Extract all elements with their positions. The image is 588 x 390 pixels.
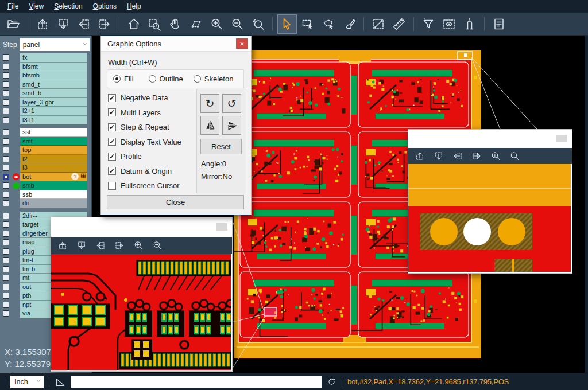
layer-checkbox[interactable] [3, 275, 9, 281]
layer-row-l3[interactable]: l3 [0, 163, 91, 173]
layer-checkbox[interactable] [3, 284, 9, 290]
layer-checkbox[interactable] [3, 90, 9, 96]
tool-pan-down-button[interactable] [76, 240, 87, 251]
radio-outline[interactable]: Outline [149, 75, 183, 83]
layer-checkbox[interactable] [3, 54, 9, 61]
layer-checkbox[interactable] [3, 257, 9, 263]
radio-fill[interactable]: Fill [113, 75, 134, 83]
menu-file[interactable]: File [2, 1, 24, 11]
menu-selection[interactable]: Selection [49, 1, 87, 11]
mirror-vertical-button[interactable] [200, 116, 219, 135]
window-button[interactable] [216, 223, 227, 231]
layer-checkbox[interactable] [3, 221, 9, 228]
layer-row-l2[interactable]: l2 [0, 155, 91, 164]
tool-pan-left-button[interactable] [95, 240, 106, 251]
layer-row-ssb[interactable]: ssb [0, 190, 91, 200]
tool-zoom-in-button[interactable] [133, 240, 144, 251]
layer-checkbox[interactable] [3, 72, 9, 79]
checkbox-negative-data[interactable]: ✓Negative Data [108, 91, 181, 106]
menu-view[interactable]: View [24, 1, 49, 11]
layer-checkbox[interactable] [3, 147, 9, 153]
tool-pan-left-button[interactable] [75, 15, 93, 33]
reset-button[interactable]: Reset [200, 139, 242, 154]
layer-checkbox[interactable] [3, 310, 9, 317]
tool-filter-button[interactable] [419, 15, 438, 33]
command-input[interactable] [71, 376, 322, 388]
layer-checkbox[interactable] [3, 117, 9, 123]
layer-row-bot[interactable]: bot1 [0, 173, 91, 182]
layer-checkbox[interactable] [3, 192, 9, 198]
layer-row-smb[interactable]: smb [0, 181, 91, 190]
tool-report-button[interactable] [490, 15, 508, 33]
layer-checkbox[interactable] [3, 182, 9, 189]
step-dropdown[interactable]: panel [20, 38, 90, 51]
checkbox-fullscreen-cursor[interactable]: Fullscreen Cursor [108, 178, 181, 193]
layer-checkbox[interactable] [3, 81, 9, 88]
tool-select-rect-button[interactable] [299, 15, 317, 33]
tool-measure-ruler-button[interactable] [390, 15, 408, 33]
layer-checkbox[interactable] [3, 99, 9, 106]
dialog-close-button[interactable]: × [236, 38, 248, 49]
tool-measure-line-button[interactable] [369, 15, 388, 33]
layer-row-dir[interactable]: dir [0, 199, 91, 208]
layer-checkbox[interactable] [3, 138, 9, 145]
layer-row-smd_b[interactable]: smd_b [0, 89, 91, 98]
window-button[interactable] [556, 135, 567, 142]
tool-view-eye-button[interactable] [440, 15, 458, 33]
tool-open-folder-button[interactable] [4, 15, 22, 33]
tool-zoom-previous-button[interactable] [249, 15, 267, 33]
tool-highlight-brush-button[interactable] [340, 15, 358, 33]
layer-row-smt[interactable]: smt [0, 137, 91, 146]
layer-checkbox[interactable] [3, 165, 9, 171]
tool-zoom-in-button[interactable] [490, 151, 501, 161]
radio-skeleton[interactable]: Skeleton [194, 75, 234, 83]
layer-row-top[interactable]: top [0, 146, 91, 155]
layer-checkbox[interactable] [3, 266, 9, 272]
layer-row-l2+1[interactable]: l2+1 [0, 107, 91, 116]
zoom-window-right-titlebar[interactable] [408, 130, 572, 148]
layer-checkbox[interactable] [3, 248, 9, 255]
menu-options[interactable]: Options [88, 1, 122, 11]
tool-snap-magnet-button[interactable] [461, 15, 479, 33]
tool-zoom-out-button[interactable] [152, 240, 163, 251]
tool-view-move-button[interactable] [187, 15, 205, 33]
tool-zoom-out-button[interactable] [228, 15, 246, 33]
dialog-titlebar[interactable]: Graphic Options [101, 36, 251, 52]
tool-zoom-in-button[interactable] [207, 15, 226, 33]
tool-pan-down-button[interactable] [434, 151, 444, 161]
layer-row-sst[interactable]: sst [0, 128, 91, 137]
tool-pan-up-button[interactable] [57, 240, 68, 251]
layer-checkbox[interactable] [3, 302, 9, 308]
zoom-window-right-canvas[interactable] [408, 164, 571, 272]
checkbox-multi-layers[interactable]: ✓Multi Layers [108, 106, 181, 120]
menu-help[interactable]: Help [122, 1, 146, 11]
layer-checkbox[interactable] [3, 231, 9, 237]
unit-dropdown[interactable]: Inch [10, 376, 44, 388]
tool-select-poly-button[interactable] [319, 15, 338, 33]
tool-pan-up-button[interactable] [33, 15, 52, 33]
tool-pan-right-button[interactable] [114, 240, 125, 251]
tool-pan-left-button[interactable] [452, 151, 463, 161]
layer-checkbox[interactable] [3, 292, 9, 299]
checkbox-step-repeat[interactable]: ✓Step & Repeat [108, 120, 181, 135]
tool-pan-hand-button[interactable] [166, 15, 184, 33]
layer-row-bfsmb[interactable]: bfsmb [0, 71, 91, 80]
tool-zoom-window-button[interactable] [145, 15, 164, 33]
layer-row-l3+1[interactable]: l3+1 [0, 116, 91, 125]
layer-checkbox[interactable] [3, 129, 9, 135]
layer-checkbox[interactable] [3, 213, 9, 219]
tool-pan-right-button[interactable] [95, 15, 114, 33]
tool-zoom-out-button[interactable] [509, 151, 520, 161]
zoom-window-left-canvas[interactable] [51, 254, 231, 370]
tool-pan-down-button[interactable] [54, 15, 72, 33]
checkbox-datum-origin[interactable]: ✓Datum & Origin [108, 164, 181, 179]
checkbox-profile[interactable]: ✓Profile [108, 149, 181, 164]
layer-checkbox[interactable] [3, 239, 9, 245]
layer-row-fx[interactable]: fx [0, 53, 91, 63]
layer-checkbox[interactable] [3, 200, 9, 206]
layer-checkbox[interactable] [3, 64, 9, 70]
checkbox-display-text-value[interactable]: ✓Display Text Value [108, 135, 181, 150]
rotate-ccw-button[interactable]: ↺ [222, 94, 241, 113]
layer-checkbox[interactable] [3, 174, 9, 180]
layer-row-smd_t[interactable]: smd_t [0, 80, 91, 89]
